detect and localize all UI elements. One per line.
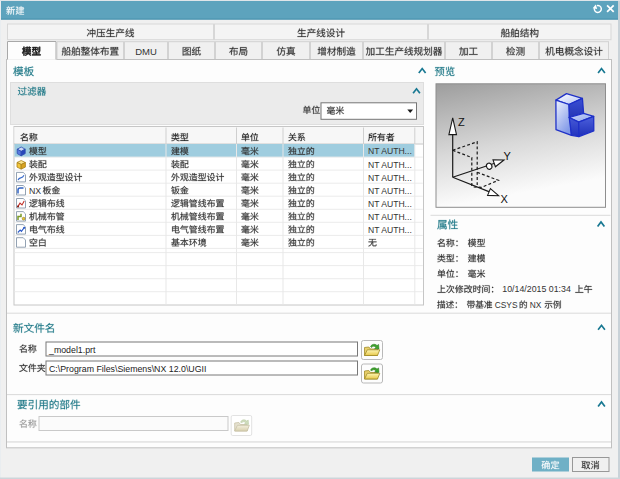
svg-text:DMU: DMU	[135, 46, 157, 57]
svg-text:NT AUTH...: NT AUTH...	[368, 212, 412, 222]
svg-text:10/14/2015 01:34: 10/14/2015 01:34	[502, 284, 571, 294]
svg-text:CSYS: CSYS	[495, 300, 518, 310]
svg-text:X: X	[501, 193, 509, 205]
svg-text:NT AUTH...: NT AUTH...	[368, 160, 412, 170]
svg-text:NT AUTH...: NT AUTH...	[368, 146, 412, 156]
svg-text:C:\Program Files\Siemens\NX 12: C:\Program Files\Siemens\NX 12.0\UGII	[49, 364, 206, 374]
svg-text:Z: Z	[458, 116, 465, 128]
svg-text:NX: NX	[530, 300, 542, 310]
svg-text:NT AUTH...: NT AUTH...	[368, 199, 412, 209]
svg-text:NT AUTH...: NT AUTH...	[368, 186, 412, 196]
svg-text:_model1.prt: _model1.prt	[48, 345, 96, 355]
svg-text:Y: Y	[504, 150, 512, 162]
svg-text:NT AUTH...: NT AUTH...	[368, 225, 412, 235]
svg-text:NT AUTH...: NT AUTH...	[368, 173, 412, 183]
svg-text:NX: NX	[29, 186, 41, 196]
